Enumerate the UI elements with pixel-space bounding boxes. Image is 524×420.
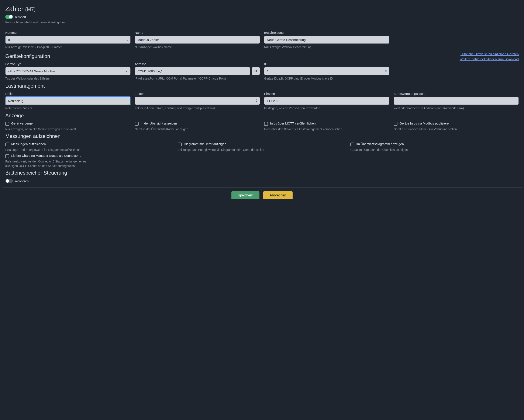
address-help: IP Adresse:Port / URL / COM Port & Param… — [135, 76, 260, 81]
enabled-toggle[interactable] — [5, 15, 13, 19]
id-input[interactable]: 1 ▲▼ — [264, 67, 389, 75]
device-type-select[interactable]: cFos YTL DEM4A Series Modbus — [5, 67, 131, 75]
modbus-checkbox[interactable] — [394, 122, 397, 126]
mqtt-checkbox[interactable] — [264, 122, 268, 126]
conn0-label: Liefere Charging Manager Status als Conn… — [11, 154, 81, 157]
conn0-help: Falls deaktiviert, werden Connector 0 St… — [5, 159, 90, 168]
device-type-help: Typ der Wallbox oder des Zählers — [5, 76, 131, 81]
config-heading: Gerätekonfiguration — [5, 53, 389, 59]
adjust-help: Wert oder Formel zum Addieren auf Stromw… — [394, 106, 519, 110]
overview-diagram-checkbox[interactable] — [350, 143, 354, 146]
modbus-help: Gerät als SunSpec Modell zur Verfügung s… — [394, 127, 519, 132]
recording-heading: Messungen aufzeichnen — [5, 133, 519, 139]
mqtt-label: Infos über MQTT veröffentlichen — [270, 122, 316, 125]
phases-label: Phasen — [264, 92, 389, 95]
stepper-icon: ▲▼ — [385, 69, 387, 73]
phases-help: Festlegen, welche Phasen genutzt werden — [264, 106, 389, 110]
name-help: Nur Anzeige: Wallbox Name — [135, 45, 260, 50]
desc-label: Beschreibung — [264, 31, 389, 34]
modbus-label: Geräte Infos via Modbus publizieren — [400, 122, 451, 125]
stepper-icon: ▲▼ — [126, 38, 128, 42]
save-button[interactable]: Speichern — [231, 191, 260, 199]
diagram-checkbox[interactable] — [178, 143, 182, 146]
factor-label: Faktor — [135, 92, 260, 95]
battery-enable-label: aktivieren — [15, 179, 29, 183]
cable-icon — [254, 69, 258, 73]
device-settings-panel: Zähler (M7) aktiviert Falls nicht angeha… — [1, 1, 523, 187]
hide-help: Nur anzeigen, wenn alle Geräte anzeigen … — [5, 127, 131, 132]
adjust-label: Stromwerte anpassen — [394, 92, 519, 95]
number-help: Nur Anzeige: Wallbox- / Parkplatz-Nummer — [5, 45, 131, 50]
record-label: Messungen aufzeichnen — [11, 142, 46, 146]
factor-input[interactable]: ▲▼ — [135, 97, 260, 105]
display-heading: Anzeige — [5, 113, 519, 118]
cancel-button[interactable]: Abbrechen — [263, 191, 292, 199]
name-label: Name — [135, 31, 260, 34]
battery-heading: Batteriespeicher Steuerung — [5, 170, 519, 176]
role-help: Rolle dieses Zählers — [5, 106, 131, 110]
enabled-label: aktiviert — [15, 15, 26, 19]
hide-label: Gerät verbergen — [11, 122, 35, 125]
mqtt-help: Infos über den Broker des Lastmanagement… — [264, 127, 389, 132]
adjust-input[interactable] — [394, 97, 519, 105]
address-connect-button[interactable] — [252, 67, 260, 75]
address-input[interactable] — [135, 67, 250, 75]
desc-help: Nur Anzeige: Wallbox Beschreibung — [264, 45, 389, 50]
enabled-help: Falls nicht angehakt wird dieses Gerät i… — [5, 20, 69, 25]
record-checkbox[interactable] — [5, 143, 9, 146]
overview-diagram-help: Gerät im Diagramm der Übersicht anzeigen — [350, 148, 519, 152]
overview-diagram-label: Im Übersichtsdiagramm anzeigen — [356, 142, 404, 146]
dialog-footer: Speichern Abbrechen — [0, 188, 524, 203]
diagram-help: Leistungs- und Energiewerte als Diagramm… — [178, 148, 346, 152]
number-label: Nummer — [5, 31, 131, 34]
divider — [1, 27, 523, 27]
role-select[interactable]: Netzbezug — [5, 97, 131, 105]
overview-checkbox[interactable] — [135, 122, 139, 126]
id-label: ID — [264, 62, 389, 66]
address-label: Adresse — [135, 62, 260, 66]
role-label: Rolle — [5, 92, 131, 95]
record-help: Leistungs- und Energiewerte für Diagramm… — [5, 148, 174, 152]
desc-input[interactable] — [264, 36, 389, 44]
defs-link[interactable]: Weitere Zählerdefinitionen zum Download — [394, 57, 519, 62]
hide-checkbox[interactable] — [5, 122, 9, 126]
overview-help: Gerät in der Übersichts-Kachel anzeigen — [135, 127, 260, 132]
hints-link[interactable]: Hilfreiche Hinweise zu einzelnen Geräten — [394, 51, 519, 57]
name-input[interactable] — [135, 36, 260, 44]
panel-title: Zähler (M7) — [5, 5, 36, 13]
overview-label: In der Übersicht anzeigen — [141, 122, 177, 125]
stepper-icon: ▲▼ — [256, 99, 258, 103]
id-help: Geräte ID, z.B. OCPP plug ID oder Modbus… — [264, 76, 389, 81]
number-input[interactable]: 8 ▲▼ — [5, 36, 131, 44]
conn0-checkbox[interactable] — [5, 154, 9, 158]
panel-subtitle: (M7) — [25, 6, 35, 12]
device-type-label: Geräte-Typ — [5, 62, 131, 66]
diagram-label: Diagramm mit Gerät anzeigen — [184, 142, 226, 146]
loadmgmt-heading: Lastmanagement — [5, 83, 519, 89]
battery-enable-toggle[interactable] — [5, 179, 13, 183]
factor-help: Faktor mit dem Strom, Leistung und Energ… — [135, 106, 260, 110]
phases-select[interactable]: L1,L2,L3 — [264, 97, 389, 105]
